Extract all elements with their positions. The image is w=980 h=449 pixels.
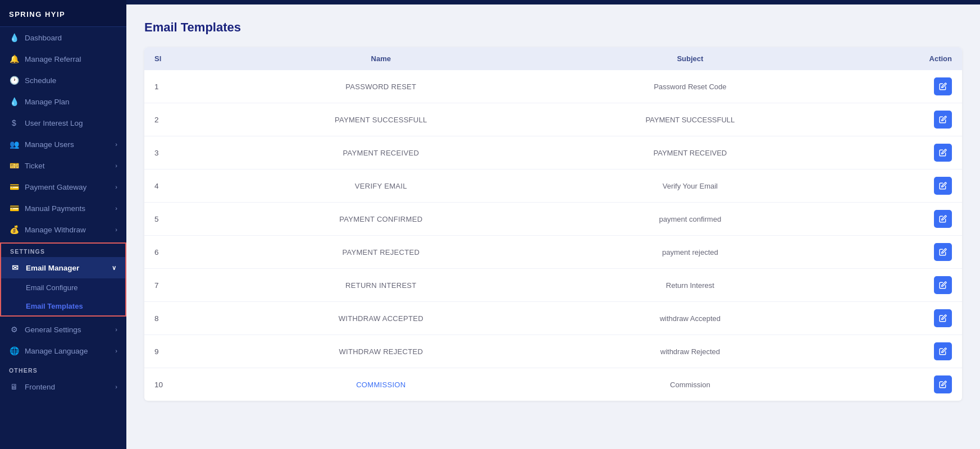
sidebar-item-email-configure[interactable]: Email Configure [1,278,125,297]
email-templates-table-container: Sl Name Subject Action 1PASSWORD RESETPa… [144,47,962,401]
sidebar-item-label: Payment Gateway [25,183,86,191]
sidebar-item-label: General Settings [25,326,81,334]
table-row: 10COMMISSIONCommission [144,368,962,401]
sidebar-item-dashboard[interactable]: 💧 Dashboard [0,27,126,48]
cell-name: PASSWORD RESET [224,70,538,103]
others-label: OTHERS [0,361,126,376]
sidebar-item-label: User Interest Log [25,119,83,127]
edit-button[interactable] [934,144,952,162]
edit-button[interactable] [934,243,952,261]
col-header-action: Action [842,47,962,70]
cell-subject: payment rejected [538,236,843,269]
sidebar-item-manage-referral[interactable]: 🔔 Manage Referral [0,48,126,70]
plan-icon: 💧 [9,97,19,106]
table-row: 6PAYMENT REJECTEDpayment rejected [144,236,962,269]
cell-action [842,70,962,103]
payment-gateway-icon: 💳 [9,182,19,191]
sidebar-item-frontend[interactable]: 🖥 Frontend › [0,376,126,397]
table-row: 4VERIFY EMAILVerify Your Email [144,169,962,203]
sidebar-item-user-interest-log[interactable]: $ User Interest Log [0,112,126,134]
chevron-right-icon: › [115,162,117,169]
col-header-subject: Subject [538,47,843,70]
schedule-icon: 🕐 [9,76,19,85]
edit-button[interactable] [934,276,952,294]
sidebar-item-label: Manage Users [25,140,74,149]
gear-icon: ⚙ [9,325,19,334]
brand-logo: SPRING HYIP [0,0,126,27]
submenu-label: Email Configure [26,283,78,292]
cell-name: WITHDRAW ACCEPTED [224,302,538,335]
chevron-down-icon: ∨ [112,264,116,272]
table-row: 8WITHDRAW ACCEPTEDwithdraw Accepted [144,302,962,335]
sidebar-item-email-manager[interactable]: ✉ Email Manager ∨ [1,257,125,278]
chevron-right-icon: › [115,184,117,190]
email-icon: ✉ [10,263,20,272]
cell-name: PAYMENT RECEIVED [224,136,538,169]
sidebar-item-label: Ticket [25,162,45,170]
cell-action [842,136,962,169]
table-row: 2PAYMENT SUCCESSFULLPAYMENT SUCCESSFULL [144,103,962,136]
interest-icon: $ [9,118,19,127]
edit-button[interactable] [934,342,952,360]
cell-name: RETURN INTEREST [224,269,538,302]
sidebar-item-ticket[interactable]: 🎫 Ticket › [0,155,126,176]
cell-name: VERIFY EMAIL [224,169,538,203]
content-area: Email Templates Sl Name Subject Action 1… [126,4,980,449]
table-row: 7RETURN INTERESTReturn Interest [144,269,962,302]
cell-sl: 5 [144,203,224,236]
sidebar-item-payment-gateway[interactable]: 💳 Payment Gateway › [0,176,126,198]
cell-action [842,236,962,269]
edit-button[interactable] [934,309,952,327]
sidebar-item-manage-plan[interactable]: 💧 Manage Plan [0,91,126,112]
chevron-right-icon: › [115,226,117,233]
chevron-right-icon: › [115,141,117,148]
sidebar-item-label: Email Manager [26,264,79,272]
referral-icon: 🔔 [9,54,19,63]
cell-sl: 10 [144,368,224,401]
sidebar-item-label: Schedule [25,76,56,85]
cell-name: COMMISSION [224,368,538,401]
cell-action [842,368,962,401]
cell-subject: Return Interest [538,269,843,302]
sidebar-item-manage-users[interactable]: 👥 Manage Users › [0,134,126,155]
sidebar-item-email-templates[interactable]: Email Templates [1,297,125,315]
edit-button[interactable] [934,210,952,228]
edit-button[interactable] [934,111,952,129]
email-templates-table: Sl Name Subject Action 1PASSWORD RESETPa… [144,47,962,401]
chevron-right-icon: › [115,383,117,390]
cell-action [842,203,962,236]
chevron-right-icon: › [115,347,117,354]
sidebar-item-general-settings[interactable]: ⚙ General Settings › [0,319,126,340]
submenu-label: Email Templates [26,302,83,310]
manual-payments-icon: 💳 [9,204,19,213]
cell-sl: 6 [144,236,224,269]
sidebar-item-schedule[interactable]: 🕐 Schedule [0,70,126,91]
chevron-right-icon: › [115,205,117,212]
topbar [126,0,980,4]
sidebar: SPRING HYIP 💧 Dashboard 🔔 Manage Referra… [0,0,126,449]
table-row: 3PAYMENT RECEIVEDPAYMENT RECEIVED [144,136,962,169]
sidebar-item-label: Manage Withdraw [25,226,86,234]
page-title: Email Templates [144,20,962,35]
cell-subject: Commission [538,368,843,401]
cell-action [842,302,962,335]
cell-action [842,335,962,368]
cell-action [842,103,962,136]
cell-subject: payment confirmed [538,203,843,236]
frontend-icon: 🖥 [9,382,19,391]
cell-name: PAYMENT REJECTED [224,236,538,269]
sidebar-item-manual-payments[interactable]: 💳 Manual Payments › [0,198,126,219]
edit-button[interactable] [934,177,952,195]
sidebar-item-manage-withdraw[interactable]: 💰 Manage Withdraw › [0,219,126,240]
ticket-icon: 🎫 [9,161,19,170]
cell-name: PAYMENT SUCCESSFULL [224,103,538,136]
edit-button[interactable] [934,375,952,393]
col-header-name: Name [224,47,538,70]
cell-subject: withdraw Accepted [538,302,843,335]
users-icon: 👥 [9,140,19,149]
sidebar-item-manage-language[interactable]: 🌐 Manage Language › [0,340,126,361]
cell-subject: PAYMENT RECEIVED [538,136,843,169]
cell-subject: PAYMENT SUCCESSFULL [538,103,843,136]
edit-button[interactable] [934,77,952,95]
sidebar-item-label: Manual Payments [25,204,85,213]
